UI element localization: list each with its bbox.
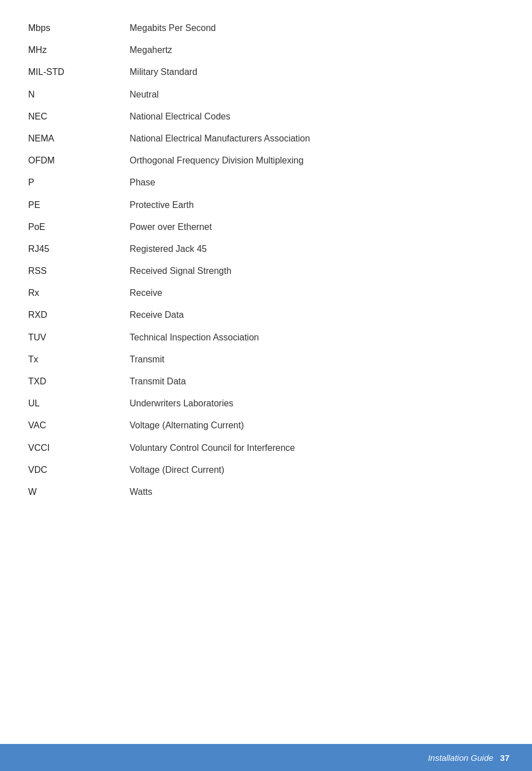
glossary-abbreviation: RXD (28, 304, 130, 326)
glossary-definition: National Electrical Codes (130, 105, 504, 127)
glossary-definition: Protective Earth (130, 194, 504, 216)
glossary-abbreviation: UL (28, 392, 130, 414)
glossary-abbreviation: Tx (28, 348, 130, 370)
glossary-definition: Megahertz (130, 39, 504, 61)
glossary-row: TUVTechnical Inspection Association (28, 326, 504, 348)
glossary-table: MbpsMegabits Per SecondMHzMegahertzMIL-S… (28, 17, 504, 503)
glossary-abbreviation: W (28, 481, 130, 503)
glossary-abbreviation: Mbps (28, 17, 130, 39)
glossary-abbreviation: PoE (28, 216, 130, 238)
glossary-abbreviation: N (28, 83, 130, 105)
glossary-abbreviation: VAC (28, 414, 130, 436)
glossary-definition: Orthogonal Frequency Division Multiplexi… (130, 149, 504, 171)
glossary-row: RSSReceived Signal Strength (28, 260, 504, 282)
glossary-abbreviation: RSS (28, 260, 130, 282)
glossary-row: TXDTransmit Data (28, 370, 504, 392)
glossary-row: VDCVoltage (Direct Current) (28, 459, 504, 481)
footer-page-number: 37 (500, 753, 509, 763)
glossary-definition: Military Standard (130, 61, 504, 83)
glossary-definition: Underwriters Laboratories (130, 392, 504, 414)
glossary-abbreviation: TXD (28, 370, 130, 392)
glossary-definition: Megabits Per Second (130, 17, 504, 39)
glossary-abbreviation: Rx (28, 282, 130, 304)
glossary-abbreviation: TUV (28, 326, 130, 348)
glossary-definition: Voltage (Direct Current) (130, 459, 504, 481)
glossary-definition: Registered Jack 45 (130, 238, 504, 260)
glossary-row: RJ45Registered Jack 45 (28, 238, 504, 260)
glossary-row: OFDMOrthogonal Frequency Division Multip… (28, 149, 504, 171)
glossary-row: MHzMegahertz (28, 39, 504, 61)
glossary-definition: Transmit Data (130, 370, 504, 392)
glossary-abbreviation: MIL-STD (28, 61, 130, 83)
glossary-definition: Neutral (130, 83, 504, 105)
page-footer: Installation Guide 37 (0, 744, 532, 771)
glossary-definition: Watts (130, 481, 504, 503)
glossary-abbreviation: VDC (28, 459, 130, 481)
glossary-abbreviation: NEMA (28, 127, 130, 149)
glossary-row: PPhase (28, 171, 504, 193)
glossary-definition: Received Signal Strength (130, 260, 504, 282)
glossary-definition: Power over Ethernet (130, 216, 504, 238)
glossary-abbreviation: P (28, 171, 130, 193)
glossary-abbreviation: RJ45 (28, 238, 130, 260)
page-content: MbpsMegabits Per SecondMHzMegahertzMIL-S… (0, 0, 532, 548)
glossary-row: RXDReceive Data (28, 304, 504, 326)
glossary-abbreviation: NEC (28, 105, 130, 127)
glossary-row: MIL-STDMilitary Standard (28, 61, 504, 83)
glossary-abbreviation: MHz (28, 39, 130, 61)
glossary-definition: Technical Inspection Association (130, 326, 504, 348)
glossary-row: ULUnderwriters Laboratories (28, 392, 504, 414)
glossary-definition: Receive (130, 282, 504, 304)
glossary-abbreviation: OFDM (28, 149, 130, 171)
glossary-definition: Phase (130, 171, 504, 193)
glossary-row: WWatts (28, 481, 504, 503)
glossary-row: VACVoltage (Alternating Current) (28, 414, 504, 436)
glossary-row: NECNational Electrical Codes (28, 105, 504, 127)
glossary-row: TxTransmit (28, 348, 504, 370)
glossary-abbreviation: VCCI (28, 437, 130, 459)
glossary-row: MbpsMegabits Per Second (28, 17, 504, 39)
glossary-row: VCCIVoluntary Control Council for Interf… (28, 437, 504, 459)
glossary-row: NEMANational Electrical Manufacturers As… (28, 127, 504, 149)
footer-label: Installation Guide (428, 753, 493, 763)
glossary-row: NNeutral (28, 83, 504, 105)
glossary-row: PoEPower over Ethernet (28, 216, 504, 238)
glossary-row: RxReceive (28, 282, 504, 304)
glossary-abbreviation: PE (28, 194, 130, 216)
glossary-definition: Transmit (130, 348, 504, 370)
glossary-definition: Receive Data (130, 304, 504, 326)
glossary-definition: National Electrical Manufacturers Associ… (130, 127, 504, 149)
glossary-row: PEProtective Earth (28, 194, 504, 216)
glossary-definition: Voltage (Alternating Current) (130, 414, 504, 436)
glossary-definition: Voluntary Control Council for Interferen… (130, 437, 504, 459)
